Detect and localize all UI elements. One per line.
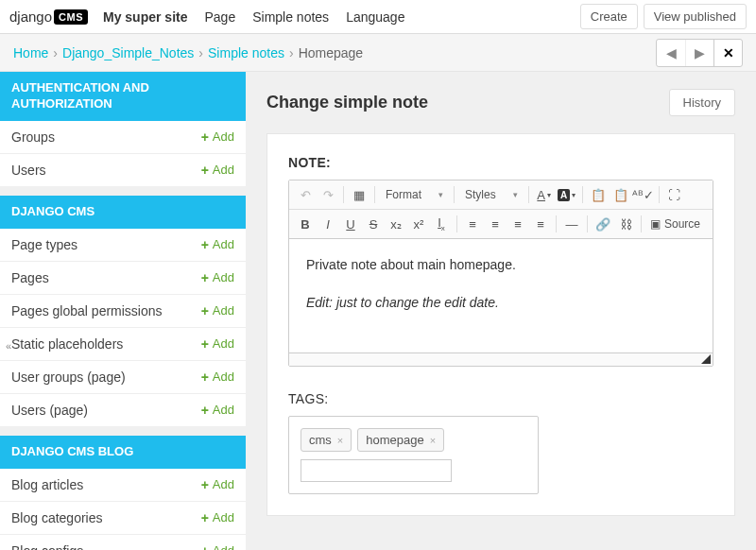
add-link[interactable]: +Add [201,477,234,492]
chevron-down-icon: ▾ [547,191,551,199]
ckeditor: ↶ ↷ ▦ Format▾ Styles▾ A▾ A▾ 📋 📋 [288,180,713,367]
sidebar-item-blog-categories[interactable]: Blog categories+Add [0,502,246,535]
italic-button[interactable]: I [318,214,338,234]
logo[interactable]: django CMS [9,9,88,25]
sidebar-item-groups[interactable]: Groups +Add [0,121,246,154]
add-link[interactable]: +Add [201,129,234,145]
nav-simple-notes[interactable]: Simple notes [252,9,329,25]
breadcrumb-sep-icon: › [198,45,203,60]
view-published-button[interactable]: View published [644,4,747,29]
breadcrumb-home[interactable]: Home [13,45,48,60]
maximize-button[interactable]: ⛶ [664,184,685,205]
add-link[interactable]: +Add [201,237,234,252]
chevron-down-icon: ▾ [438,190,443,199]
superscript-icon: x² [414,217,424,232]
add-link[interactable]: +Add [201,303,234,318]
tag-remove-icon[interactable]: × [430,435,436,446]
editor-content[interactable]: Private note about main homepage. Edit: … [289,239,713,352]
sidebar-item-label: Blog categories [11,510,201,525]
hr-button[interactable]: ― [561,214,582,234]
tag-chip[interactable]: homepage× [357,428,444,452]
caret-left-icon: ◀ [666,45,677,60]
section-django-cms: DJANGO CMS Page types+Add Pages+Add Page… [0,196,246,426]
align-right-button[interactable]: ≡ [507,214,528,234]
note-label: NOTE: [288,155,713,170]
breadcrumb: Home › Django_Simple_Notes › Simple note… [13,45,363,60]
sidebar-item-user-groups-page[interactable]: User groups (page)+Add [0,361,246,394]
strike-icon: S [369,217,378,232]
align-left-button[interactable]: ≡ [462,214,483,234]
superscript-button[interactable]: x² [408,214,429,234]
section-header: AUTHENTICATION AND AUTHORIZATION [0,72,246,121]
sidebar-item-label: Pages [11,270,201,285]
form-panel: NOTE: ↶ ↷ ▦ Format▾ Styles▾ A▾ A▾ [266,133,735,516]
bold-button[interactable]: B [295,214,316,234]
format-combo[interactable]: Format▾ [380,184,449,205]
breadcrumb-sep-icon: › [53,45,58,60]
chevron-down-icon: ▾ [513,190,518,199]
paste-word-button[interactable]: 📋 [610,184,631,205]
history-button[interactable]: History [669,89,735,116]
main-content: Change simple note History NOTE: ↶ ↷ ▦ F… [246,72,756,550]
add-link[interactable]: +Add [201,543,234,550]
tag-remove-icon[interactable]: × [337,435,343,446]
add-link[interactable]: +Add [201,336,234,352]
add-link[interactable]: +Add [201,370,234,385]
create-button[interactable]: Create [580,4,638,29]
breadcrumb-model[interactable]: Simple notes [208,45,284,60]
sidebar-item-blog-articles[interactable]: Blog articles+Add [0,469,246,502]
undo-button[interactable]: ↶ [295,184,316,205]
text-color-button[interactable]: A▾ [534,184,555,205]
styles-combo[interactable]: Styles▾ [459,184,524,205]
sidebar-item-users-page[interactable]: Users (page)+Add [0,394,246,426]
tag-input[interactable] [301,459,452,482]
nav-language[interactable]: Language [346,9,404,25]
nav-page[interactable]: Page [204,9,235,25]
sidebar-item-label: Users [11,163,201,178]
subscript-button[interactable]: x₂ [386,214,406,234]
sidebar-item-pages-global-permissions[interactable]: Pages global permissions+Add [0,295,246,328]
underline-button[interactable]: U [340,214,361,234]
strike-button[interactable]: S [363,214,384,234]
spellcheck-button[interactable]: ᴬᴮ✓ [633,184,654,205]
paste-text-button[interactable]: 📋 [588,184,609,205]
sidebar-item-blog-configs[interactable]: Blog configs+Add [0,535,246,550]
sidebar: AUTHENTICATION AND AUTHORIZATION Groups … [0,72,246,550]
align-center-button[interactable]: ≡ [485,214,506,234]
align-justify-button[interactable]: ≡ [530,214,551,234]
nav-my-super-site[interactable]: My super site [103,9,187,25]
cmsplugins-button[interactable]: ▦ [349,184,369,205]
tag-chip[interactable]: cms× [301,428,352,452]
sidebar-item-users[interactable]: Users +Add [0,154,246,186]
editor-resize-handle[interactable] [289,352,713,366]
next-button[interactable]: ▶ [685,40,713,66]
unlink-button[interactable]: ⛓ [615,214,636,234]
sidebar-item-page-types[interactable]: Page types+Add [0,229,246,262]
sidebar-item-static-placeholders[interactable]: Static placeholders+Add [0,328,246,361]
breadcrumb-app[interactable]: Django_Simple_Notes [62,45,194,60]
source-button[interactable]: ▣Source [646,217,704,231]
close-button[interactable]: ✕ [713,40,742,66]
link-icon: 🔗 [595,217,610,232]
remove-format-button[interactable]: Ix [431,214,452,234]
redo-button[interactable]: ↷ [318,184,338,205]
italic-icon: I [326,217,330,232]
sidebar-item-label: Pages global permissions [11,303,201,318]
align-left-icon: ≡ [469,217,476,232]
page-title: Change simple note [266,93,669,112]
tag-label: homepage [366,433,423,447]
grip-icon [701,354,711,364]
prev-button[interactable]: ◀ [657,40,685,66]
bg-color-button[interactable]: A▾ [557,184,577,205]
sidebar-item-label: Page types [11,237,201,252]
add-link[interactable]: +Add [201,270,234,285]
sidebar-item-label: Static placeholders [11,336,201,352]
add-link[interactable]: +Add [201,163,234,178]
add-link[interactable]: +Add [201,403,234,418]
bold-icon: B [301,217,309,232]
add-link[interactable]: +Add [201,510,234,525]
sidebar-item-pages[interactable]: Pages+Add [0,262,246,295]
link-button[interactable]: 🔗 [593,214,613,234]
collapse-handle[interactable]: « [6,340,11,352]
plus-icon: + [201,163,209,178]
